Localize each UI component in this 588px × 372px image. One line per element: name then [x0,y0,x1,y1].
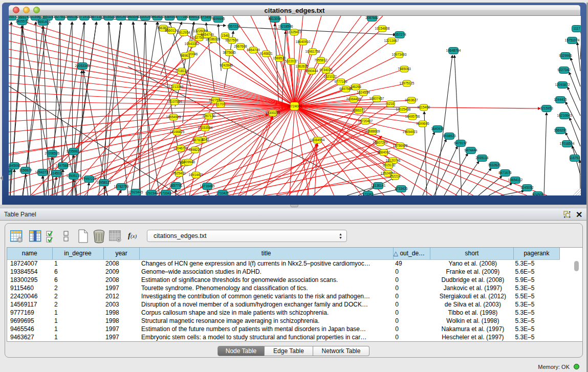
svg-text:7357224: 7357224 [227,25,240,28]
svg-text:9699695: 9699695 [212,17,225,20]
svg-text:9857791: 9857791 [169,184,183,187]
svg-text:10807457: 10807457 [369,97,384,100]
svg-text:16782759: 16782759 [114,185,129,188]
svg-text:1546: 1546 [222,34,229,37]
svg-text:12213363: 12213363 [169,85,184,89]
svg-text:10973493: 10973493 [392,53,407,56]
svg-text:16210643: 16210643 [557,114,572,117]
svg-text:19166825: 19166825 [170,130,185,134]
svg-text:19756928: 19756928 [393,144,408,147]
svg-text:1733426: 1733426 [216,191,229,195]
svg-text:8471676: 8471676 [498,171,512,174]
svg-text:3684067: 3684067 [377,150,390,154]
svg-text:2069140: 2069140 [17,16,30,18]
svg-text:12923445: 12923445 [128,190,143,194]
svg-text:20691406: 20691406 [36,20,51,24]
svg-text:1569291: 1569291 [554,128,567,132]
svg-text:9327508: 9327508 [225,38,238,42]
svg-text:10958127: 10958127 [97,181,112,184]
svg-text:7386372: 7386372 [352,108,365,112]
svg-text:924505: 924505 [532,193,543,196]
svg-text:9463627: 9463627 [405,98,418,102]
svg-text:18724007: 18724007 [287,104,302,108]
svg-text:173342: 173342 [160,191,171,195]
svg-text:3267130: 3267130 [202,114,215,118]
svg-text:3215953: 3215953 [540,106,553,110]
svg-text:6990444: 6990444 [305,69,318,73]
svg-text:13353594: 13353594 [198,126,213,129]
svg-text:18807249: 18807249 [373,141,388,144]
svg-text:10654112: 10654112 [508,178,523,182]
svg-text:9329966: 9329966 [559,54,572,57]
svg-text:1624554: 1624554 [357,91,370,94]
svg-text:1845061: 1845061 [9,164,21,167]
svg-text:12942737: 12942737 [35,170,50,174]
svg-text:1621022: 1621022 [323,75,337,78]
svg-text:1588520: 1588520 [273,56,286,60]
svg-text:16107554: 16107554 [167,100,182,103]
svg-text:9474444: 9474444 [464,148,477,152]
svg-text:17957225: 17957225 [82,177,97,181]
svg-text:10688609: 10688609 [365,129,380,133]
svg-text:18640910: 18640910 [296,40,311,43]
svg-text:9734024: 9734024 [319,68,333,72]
svg-text:2718119: 2718119 [176,69,188,73]
svg-text:116753: 116753 [569,156,580,160]
svg-text:6497568: 6497568 [339,87,353,91]
svg-text:11700: 11700 [216,102,225,106]
svg-text:1733426: 1733426 [395,187,408,190]
svg-text:13716485: 13716485 [200,184,215,188]
svg-text:1405572: 1405572 [15,19,29,23]
svg-text:1117: 1117 [573,27,580,30]
svg-text:1615132: 1615132 [382,163,396,167]
svg-text:9777169: 9777169 [334,80,347,83]
svg-text:8454749: 8454749 [247,48,260,52]
svg-text:1527602: 1527602 [54,16,67,18]
svg-text:252214: 252214 [389,174,401,178]
svg-text:10543362: 10543362 [185,42,200,46]
svg-text:9245052: 9245052 [520,186,534,189]
svg-text:10025438: 10025438 [396,107,411,111]
svg-text:114519: 114519 [51,171,62,175]
svg-text:12359924: 12359924 [67,149,81,153]
svg-text:1156829: 1156829 [19,168,32,172]
svg-text:15300275: 15300275 [266,111,280,115]
svg-text:17016504: 17016504 [560,142,575,145]
svg-text:7625402: 7625402 [172,171,186,175]
svg-text:9115460: 9115460 [418,105,430,109]
svg-text:9427552: 9427552 [209,98,222,102]
svg-text:7632621: 7632621 [488,163,501,167]
svg-text:20364436: 20364436 [346,97,361,101]
svg-text:20206526: 20206526 [45,151,60,155]
svg-text:6479197: 6479197 [454,141,467,145]
svg-text:8938923: 8938923 [443,134,456,138]
svg-text:1292344: 1292344 [145,191,158,195]
svg-text:7485063: 7485063 [398,67,411,71]
svg-text:2967608: 2967608 [234,45,247,48]
svg-text:12505135: 12505135 [67,174,81,178]
svg-text:16120746: 16120746 [386,159,401,162]
svg-text:173342: 173342 [362,192,374,196]
svg-text:1244415: 1244415 [554,98,567,101]
svg-text:15751074: 15751074 [565,38,580,42]
svg-text:4498222: 4498222 [188,148,202,151]
svg-text:19654923: 19654923 [166,115,181,119]
svg-text:16961758: 16961758 [306,50,320,53]
svg-text:98961: 98961 [181,54,190,57]
svg-text:587834: 587834 [192,138,204,142]
svg-text:19384554: 19384554 [310,138,325,142]
svg-text:8660124: 8660124 [165,29,178,32]
svg-text:1362635: 1362635 [295,64,309,68]
svg-text:2087662: 2087662 [365,16,379,19]
svg-text:4813054: 4813054 [268,17,281,20]
svg-text:19218506: 19218506 [278,25,293,28]
svg-text:10154808: 10154808 [375,27,390,30]
svg-text:6216: 6216 [387,102,395,105]
svg-text:39154: 39154 [9,169,11,173]
svg-text:7357274: 7357274 [393,33,406,36]
svg-text:3912954: 3912954 [177,31,190,34]
svg-text:12093872: 12093872 [555,83,570,86]
svg-text:8454749: 8454749 [201,33,214,36]
svg-text:9699695: 9699695 [416,122,429,125]
svg-text:16495756: 16495756 [405,115,420,118]
